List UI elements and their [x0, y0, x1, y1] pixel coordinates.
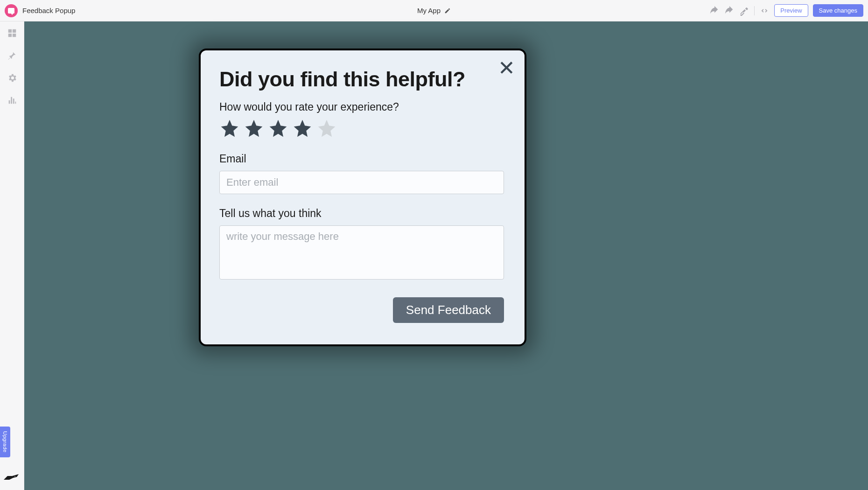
redo-icon[interactable] [724, 6, 735, 16]
gear-icon[interactable] [7, 73, 17, 83]
email-label: Email [219, 153, 506, 165]
topbar-center: My App [417, 7, 451, 14]
editor-canvas[interactable]: ✕ Did you find this helpful? How would y… [24, 21, 868, 490]
message-label: Tell us what you think [219, 207, 506, 220]
feedback-popup: ✕ Did you find this helpful? How would y… [199, 49, 526, 346]
preview-button[interactable]: Preview [774, 4, 808, 17]
app-name-label: My App [417, 7, 441, 14]
chart-icon[interactable] [7, 95, 17, 105]
mascot-icon [3, 473, 20, 482]
topbar-divider [754, 6, 755, 15]
star-icon[interactable] [292, 118, 313, 139]
code-icon[interactable] [759, 6, 770, 16]
sidebar: Upgrade [0, 21, 24, 490]
star-icon[interactable] [219, 118, 240, 139]
page-title: Feedback Popup [22, 7, 75, 14]
save-changes-button[interactable]: Save changes [813, 4, 863, 17]
send-feedback-button[interactable]: Send Feedback [393, 297, 504, 323]
star-rating [219, 118, 506, 139]
message-field[interactable] [219, 225, 504, 280]
grid-icon[interactable] [7, 28, 17, 38]
popup-title: Did you find this helpful? [219, 67, 506, 91]
topbar-right: Preview Save changes [709, 4, 863, 17]
topbar-left: Feedback Popup [5, 4, 75, 17]
app-logo[interactable] [5, 4, 18, 17]
topbar: Feedback Popup My App Preview Save chang… [0, 0, 868, 21]
hammer-icon[interactable] [739, 6, 749, 16]
edit-icon[interactable] [444, 7, 451, 14]
email-field[interactable] [219, 171, 504, 194]
svg-point-0 [14, 476, 15, 477]
undo-icon[interactable] [709, 6, 720, 16]
pin-icon[interactable] [7, 50, 17, 61]
star-icon[interactable] [244, 118, 264, 139]
rate-question: How would you rate your experience? [219, 101, 506, 113]
main-area: Upgrade ✕ Did you find this helpful? How… [0, 21, 868, 490]
star-icon[interactable] [268, 118, 288, 139]
star-icon[interactable] [316, 118, 337, 139]
close-icon[interactable]: ✕ [498, 58, 515, 78]
send-row: Send Feedback [219, 297, 504, 323]
upgrade-button[interactable]: Upgrade [0, 427, 10, 457]
